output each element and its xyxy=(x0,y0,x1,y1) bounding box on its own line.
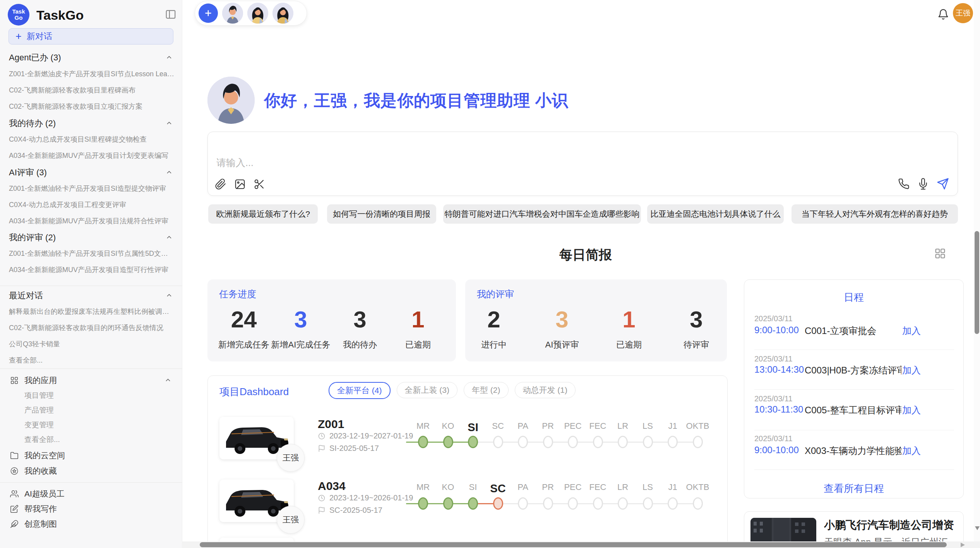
stat-value: 3 xyxy=(658,303,735,337)
chevron-up-icon[interactable] xyxy=(164,377,172,384)
suggestion-chip[interactable]: 如何写一份清晰的项目周报 xyxy=(327,204,436,224)
project-code[interactable]: Z001 xyxy=(318,418,344,431)
suggestion-chip[interactable]: 欧洲新规最近颁布了什么? xyxy=(208,204,318,224)
schedule-separator xyxy=(754,389,954,390)
milestone-node xyxy=(518,497,528,510)
sidebar-item[interactable]: Z001-全新燃油轻卡产品开发项目SI造型提交物评审 xyxy=(9,181,175,196)
sidebar-item[interactable]: Z001-全新燃油皮卡产品开发项目SI节点Lesson Learn报告 xyxy=(9,67,175,81)
sidebar-item[interactable]: A034-全新新能源MUV产品开发项目造型可行性评审 xyxy=(9,262,175,277)
notification-bell-icon[interactable] xyxy=(937,9,949,20)
layout-grid-icon[interactable] xyxy=(934,247,947,260)
screenshot-scissors-icon[interactable] xyxy=(254,178,265,190)
chevron-up-icon[interactable] xyxy=(165,169,173,176)
project-code[interactable]: A034 xyxy=(318,480,346,493)
chevron-up-icon[interactable] xyxy=(165,120,173,127)
sidebar-toggle-icon[interactable] xyxy=(165,9,176,20)
scroll-down-arrow-icon[interactable] xyxy=(975,526,980,530)
recent-conversation-item[interactable]: 公司Q3轻卡销量 xyxy=(9,337,175,351)
schedule-entry-title: X003-车辆动力学性能验... xyxy=(805,445,901,457)
image-upload-icon[interactable] xyxy=(234,178,246,190)
view-all-schedule-link[interactable]: 查看所有日程 xyxy=(744,482,963,495)
dashboard-tab[interactable]: 年型 (2) xyxy=(464,382,509,398)
schedule-join-link[interactable]: 加入 xyxy=(902,404,921,416)
users-icon xyxy=(10,490,19,498)
dashboard-tab[interactable]: 全新平台 (4) xyxy=(329,382,391,399)
app-title: TaskGo xyxy=(36,8,84,23)
stat-label: 已逾期 xyxy=(590,339,668,351)
sidebar-section-header[interactable]: AI评审 (3) xyxy=(9,166,173,179)
sidebar-app-item[interactable]: 项目管理 xyxy=(24,388,171,403)
sidebar-item[interactable]: C0X4-动力总成开发项目SI里程碑提交物检查 xyxy=(9,132,175,147)
recent-conversation-item[interactable]: C02-飞腾新能源轻客改款项目的闭环通告反馈情况 xyxy=(9,320,175,335)
sidebar-recent-header[interactable]: 最近对话 xyxy=(9,289,173,302)
milestone-node xyxy=(568,436,578,448)
chevron-up-icon[interactable] xyxy=(165,292,173,300)
plus-icon xyxy=(14,32,23,41)
schedule-join-link[interactable]: 加入 xyxy=(902,325,921,337)
sidebar-tool-item[interactable]: 创意制图 xyxy=(10,516,173,532)
sidebar-app-item[interactable]: 变更管理 xyxy=(24,418,171,432)
microphone-icon[interactable] xyxy=(917,178,929,190)
sidebar-item[interactable]: C02-飞腾新能源轻客改款项目立项汇报方案 xyxy=(9,99,175,114)
tool-label: 帮我写作 xyxy=(24,503,57,514)
sidebar-section-header[interactable]: 我的评审 (2) xyxy=(9,231,173,244)
my-review-title: 我的评审 xyxy=(477,288,514,300)
sidebar-tool-item[interactable]: AI超级员工 xyxy=(10,486,173,502)
sidebar-item-cloud-space[interactable]: 我的云空间 xyxy=(10,447,173,464)
clock-icon xyxy=(318,494,326,502)
stat-value: 2 xyxy=(455,303,533,337)
sidebar-item[interactable]: Z001-全新燃油轻卡产品开发项目SI节点属性5D文件评审 xyxy=(9,246,175,261)
new-chat-button[interactable]: 新对话 xyxy=(9,28,173,45)
recent-view-all-link[interactable]: 查看全部... xyxy=(9,353,175,368)
sidebar-item-my-apps[interactable]: 我的应用 xyxy=(10,372,172,389)
agent-avatar-2[interactable] xyxy=(247,3,268,24)
stat-label: 进行中 xyxy=(455,339,533,351)
sidebar-item-favorites[interactable]: 我的收藏 xyxy=(10,463,173,479)
sidebar-item[interactable]: A034-全新新能源MUV产品开发项目计划变更表编写 xyxy=(9,148,175,163)
milestone-node xyxy=(668,497,678,510)
flag-text: SI-2025-05-17 xyxy=(329,444,379,453)
apps-icon xyxy=(10,376,19,385)
add-agent-button[interactable] xyxy=(199,3,218,23)
attachment-icon[interactable] xyxy=(215,178,226,190)
stat-label: 已逾期 xyxy=(379,339,457,351)
chat-input[interactable] xyxy=(216,157,759,169)
agent-avatar-3[interactable] xyxy=(272,3,293,24)
sidebar-app-item[interactable]: 产品管理 xyxy=(24,403,171,418)
recent-conversation-item[interactable]: 解释最新出台的欧盟报废车法规再生塑料比例被调至15%... xyxy=(9,304,175,319)
suggestion-chip[interactable]: 比亚迪全固态电池计划具体说了什么 xyxy=(647,204,784,224)
sidebar-app-item[interactable]: 查看全部... xyxy=(24,432,171,447)
chevron-up-icon[interactable] xyxy=(165,234,173,241)
milestone-line-done xyxy=(406,503,473,504)
send-icon[interactable] xyxy=(937,178,949,190)
sidebar: Task Go TaskGo 新对话 Agent已办 (3)Z001-全新燃油皮… xyxy=(0,0,182,548)
flag-icon xyxy=(318,507,326,514)
milestone-node xyxy=(493,436,503,448)
schedule-entry-title: C001-立项审批会 xyxy=(805,325,901,337)
user-avatar[interactable]: 王强 xyxy=(953,3,973,23)
sidebar-section-header[interactable]: Agent已办 (3) xyxy=(9,51,173,64)
milestone-node xyxy=(593,497,603,510)
dashboard-tab[interactable]: 动总开发 (1) xyxy=(515,382,576,398)
milestone-node xyxy=(618,497,628,510)
schedule-join-link[interactable]: 加入 xyxy=(902,364,921,377)
agent-avatar-1[interactable] xyxy=(222,3,243,24)
chevron-up-icon[interactable] xyxy=(165,54,173,62)
sidebar-item[interactable]: C02-飞腾新能源轻客改款项目里程碑画布 xyxy=(9,83,175,98)
dashboard-tab[interactable]: 全新上装 (3) xyxy=(397,382,458,398)
schedule-entry-title: C003|H0B-方案冻结评审 xyxy=(805,364,901,377)
vertical-scrollbar-thumb[interactable] xyxy=(975,231,979,334)
sidebar-section-header[interactable]: 我的待办 (2) xyxy=(9,117,173,130)
suggestion-chip[interactable]: 当下年轻人对汽车外观有怎样的喜好趋势 xyxy=(792,204,958,224)
sidebar-tool-item[interactable]: 帮我写作 xyxy=(10,501,173,517)
sidebar-item[interactable]: A034-全新新能源MUV产品开发项目法规符合性评审 xyxy=(9,214,175,228)
horizontal-scrollbar-thumb[interactable] xyxy=(200,542,947,547)
milestone-node xyxy=(443,497,453,510)
schedule-join-link[interactable]: 加入 xyxy=(902,445,921,457)
sidebar-item[interactable]: C0X4-动力总成开发项目工程变更评审 xyxy=(9,197,175,212)
stat-value: 3 xyxy=(523,303,601,337)
flag-icon xyxy=(318,445,326,452)
suggestion-chip[interactable]: 特朗普可能对进口汽车增税会对中国车企造成哪些影响 xyxy=(443,204,641,224)
voice-call-icon[interactable] xyxy=(898,178,910,190)
scroll-right-arrow-icon[interactable] xyxy=(961,543,965,547)
